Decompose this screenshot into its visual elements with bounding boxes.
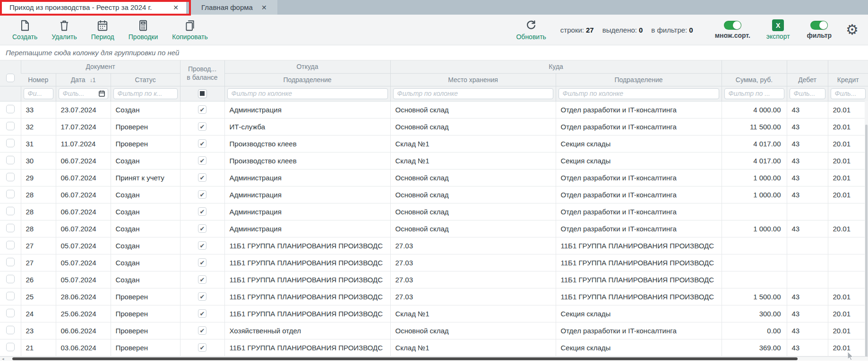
rows-count: строки:27 (560, 26, 594, 34)
column-group-to[interactable]: Куда (390, 60, 722, 73)
posted-checkbox[interactable]: ✔ (198, 190, 206, 199)
table-row[interactable]: 2806.07.2024Создан✔АдминистрацияОсновной… (0, 203, 868, 220)
column-header-debit[interactable]: Дебет (787, 73, 828, 86)
table-row[interactable]: 2103.06.2024Проверен✔11Б1 ГРУППА ПЛАНИРО… (0, 339, 868, 356)
row-checkbox[interactable] (6, 309, 15, 317)
table-row[interactable]: 2605.07.2024Создан✔11Б1 ГРУППА ПЛАНИРОВА… (0, 271, 868, 288)
column-header-credit[interactable]: Кредит (828, 73, 868, 86)
grid-stats: строки:27 выделено:0 в фильтре:0 (560, 26, 693, 34)
table-row[interactable]: 2806.07.2024Создан✔АдминистрацияОсновной… (0, 220, 868, 237)
row-checkbox[interactable] (6, 122, 15, 130)
row-select-cell (0, 271, 21, 288)
select-all-checkbox[interactable] (6, 74, 15, 82)
row-checkbox[interactable] (6, 207, 15, 215)
column-header-sum[interactable]: Сумма, руб. (722, 73, 787, 86)
column-header-date[interactable]: Дата↓1 (56, 73, 111, 86)
posted-checkbox[interactable]: ✔ (198, 139, 206, 148)
posted-checkbox[interactable]: ✔ (198, 275, 206, 284)
table-row[interactable]: 3323.07.2024Создан✔АдминистрацияОсновной… (0, 101, 868, 118)
row-checkbox[interactable] (6, 275, 15, 283)
create-button[interactable]: Создать (12, 19, 37, 41)
table-row[interactable]: 3111.07.2024Проверен✔Производство клеевС… (0, 135, 868, 152)
column-header-posted[interactable]: Провод... в балансе (180, 60, 224, 86)
group-by-panel[interactable]: Перетащите сюда колонку для группировки … (0, 45, 868, 60)
posted-checkbox[interactable]: ✔ (198, 173, 206, 182)
row-checkbox[interactable] (6, 139, 15, 147)
copy-icon (184, 19, 196, 32)
toggle-on-icon[interactable] (724, 21, 741, 30)
row-checkbox[interactable] (6, 326, 15, 334)
row-checkbox[interactable] (6, 343, 15, 351)
cell-posted: ✔ (180, 152, 224, 169)
filter-number-input[interactable] (24, 88, 53, 99)
row-checkbox[interactable] (6, 173, 15, 181)
close-icon[interactable]: ✕ (173, 4, 179, 11)
horizontal-scrollbar-thumb[interactable] (12, 357, 798, 360)
row-checkbox[interactable] (6, 105, 15, 113)
posted-checkbox[interactable]: ✔ (198, 309, 206, 318)
cell-debit (787, 254, 828, 271)
vertical-scrollbar[interactable] (865, 101, 868, 361)
posted-checkbox[interactable]: ✔ (198, 258, 206, 267)
posted-checkbox[interactable]: ✔ (198, 343, 206, 352)
cell-date: 03.06.2024 (56, 339, 111, 356)
filter-storage-input[interactable] (393, 88, 553, 99)
posted-checkbox[interactable]: ✔ (198, 292, 206, 301)
excel-icon: X (772, 19, 784, 31)
filter-credit-input[interactable] (831, 88, 866, 99)
multisort-toggle[interactable]: множ.сорт. (715, 21, 750, 39)
table-row[interactable]: 2528.06.2024Проверен✔11Б1 ГРУППА ПЛАНИРО… (0, 288, 868, 305)
delete-button[interactable]: Удалить (52, 19, 77, 41)
period-button[interactable]: Период (91, 19, 114, 41)
column-header-status[interactable]: Статус (111, 73, 180, 86)
row-checkbox[interactable] (6, 190, 15, 198)
filter-from-division-input[interactable] (227, 88, 388, 99)
row-checkbox[interactable] (6, 292, 15, 300)
copy-button[interactable]: Копировать (172, 19, 207, 41)
filter-to-division-input[interactable] (559, 88, 719, 99)
table-row[interactable]: 2705.07.2024Создан✔11Б1 ГРУППА ПЛАНИРОВА… (0, 237, 868, 254)
filter-sum-input[interactable] (724, 88, 784, 99)
filter-debit-input[interactable] (790, 88, 825, 99)
posted-checkbox[interactable]: ✔ (198, 326, 206, 335)
postings-button[interactable]: Проводки (129, 19, 158, 41)
column-header-to-division[interactable]: Подразделение (556, 73, 722, 86)
cell-storage: 27.03 (390, 254, 556, 271)
table-row[interactable]: 2425.06.2024Проверен✔11Б1 ГРУППА ПЛАНИРО… (0, 305, 868, 322)
posted-checkbox[interactable]: ✔ (198, 224, 206, 233)
table-row[interactable]: 2306.06.2024Проверен✔Хозяйственный отдел… (0, 322, 868, 339)
filter-status-input[interactable] (113, 88, 178, 99)
tab-main-form[interactable]: Главная форма ✕ (191, 0, 277, 15)
column-header-from-division[interactable]: Подразделение (224, 73, 390, 86)
export-button[interactable]: X экспорт (766, 19, 790, 40)
row-checkbox[interactable] (6, 224, 15, 232)
posted-checkbox[interactable]: ✔ (198, 207, 206, 216)
column-group-from[interactable]: Откуда (224, 60, 390, 73)
table-row[interactable]: 2906.07.2024Принят к учету✔Администрация… (0, 169, 868, 186)
close-icon[interactable]: ✕ (261, 4, 267, 11)
posted-filter-indeterminate-checkbox[interactable] (198, 89, 207, 98)
row-checkbox[interactable] (6, 241, 15, 249)
gear-icon[interactable]: ⚙ (846, 23, 859, 37)
posted-checkbox[interactable]: ✔ (198, 105, 206, 114)
table-row[interactable]: 2705.07.2024Создан✔11Б1 ГРУППА ПЛАНИРОВА… (0, 254, 868, 271)
column-header-storage[interactable]: Место хранения (390, 73, 556, 86)
row-checkbox[interactable] (6, 156, 15, 164)
posted-checkbox[interactable]: ✔ (198, 156, 206, 165)
toggle-on-icon[interactable] (810, 21, 828, 30)
column-header-number[interactable]: Номер (21, 73, 56, 86)
posted-checkbox[interactable]: ✔ (198, 122, 206, 131)
cell-posted: ✔ (180, 101, 224, 118)
column-group-document[interactable]: Документ (21, 60, 180, 73)
refresh-button[interactable]: Обновить (516, 19, 546, 41)
scroll-left-arrow-icon[interactable]: ◂ (2, 357, 4, 361)
horizontal-scrollbar[interactable]: ◂ (0, 356, 868, 361)
row-checkbox[interactable] (6, 258, 15, 266)
tab-registry[interactable]: Приход из производства - Реестр за 2024 … (2, 0, 186, 15)
table-row[interactable]: 3006.07.2024Создан✔Производство клеевСкл… (0, 152, 868, 169)
vertical-scrollbar-thumb[interactable] (865, 125, 868, 361)
filter-toggle[interactable]: фильтр (807, 21, 832, 39)
table-row[interactable]: 2806.07.2024Создан✔АдминистрацияОсновной… (0, 186, 868, 203)
posted-checkbox[interactable]: ✔ (198, 241, 206, 250)
table-row[interactable]: 3217.07.2024Проверен✔ИТ-службаОсновной с… (0, 118, 868, 135)
